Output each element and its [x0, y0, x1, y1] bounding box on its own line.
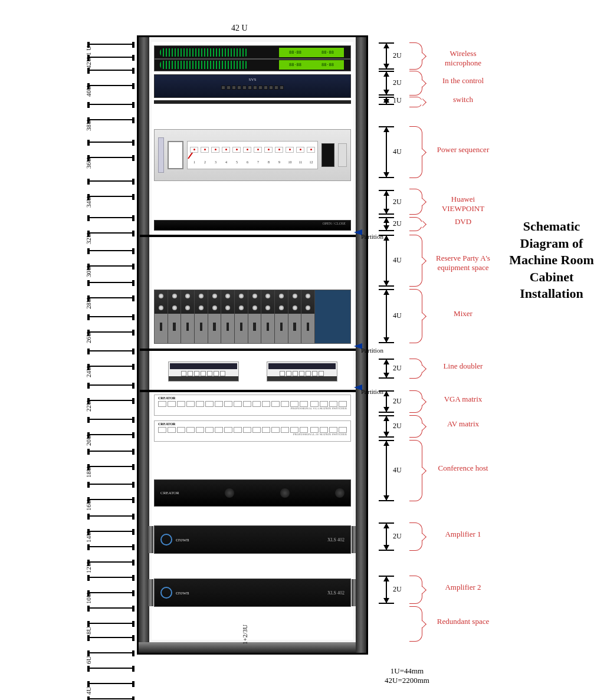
dimension-column: 2U2U1U4U2U2U4U4U2U2U2U4U2U2UPartitionPar… — [370, 37, 408, 655]
equipment-label: Reserve Party A's equipment space — [431, 254, 496, 272]
control-unit: SVS — [154, 74, 351, 98]
partition-shelf — [140, 349, 365, 351]
equipment-label: switch — [431, 95, 496, 104]
left-u-scale: 1 U42U40U38U36U34U32U30U28U26U24U22U20U1… — [87, 37, 134, 655]
equipment-label: VGA matrix — [431, 395, 496, 404]
switch-unit — [154, 100, 351, 104]
equipment-label: Wireless microphone — [431, 49, 496, 68]
rack-size-label: 42 U — [231, 24, 248, 33]
unit-conversion-note: 1U=44mm 42U=2200mm — [372, 666, 442, 685]
brace-column — [409, 37, 427, 655]
partition-label: Partition — [361, 233, 383, 240]
equipment-label: Mixer — [431, 309, 496, 318]
partition-label: Partition — [361, 347, 383, 354]
cabinet-interior: 88·8888·88 88·8888·88 SVS 123456789101 — [152, 42, 353, 640]
partition-label: Partition — [361, 388, 383, 395]
equipment-label: DVD — [431, 217, 496, 226]
equipment-label: Redundant space — [431, 617, 496, 626]
conference-host-unit: CREATOR — [154, 479, 351, 507]
line-doubler-units — [154, 361, 351, 382]
equipment-label: Power sequencer — [431, 145, 496, 155]
equipment-label: AV matrix — [431, 419, 496, 429]
vga-matrix-unit: CREATOR PROFESSIONAL VGA MATRIX SWITCHER — [154, 395, 351, 416]
amplifier-2-unit: crown XLS 402 — [154, 579, 351, 607]
partition-shelf — [140, 235, 365, 237]
control-ports — [155, 86, 350, 90]
av-matrix-unit: CREATOR PROFESSIONAL AV MATRIX SWITCHER — [154, 420, 351, 442]
equipment-label: In the control — [431, 76, 496, 86]
wireless-microphone-unit: 88·8888·88 88·8888·88 — [154, 45, 351, 71]
digital-display — [321, 143, 334, 167]
analog-meter-icon — [168, 141, 183, 169]
equipment-label: Conference host — [431, 464, 496, 473]
power-sequencer-unit: 123456789101112 — [154, 129, 351, 181]
dvd-unit: OPEN / CLOSE — [154, 220, 351, 231]
equipment-label: Line doubler — [431, 361, 496, 371]
crown-logo-icon — [160, 587, 172, 599]
amplifier-1-unit: crown XLS 402 — [154, 525, 351, 554]
mixer-unit — [154, 290, 351, 344]
equipment-label: Amplifier 2 — [431, 583, 496, 592]
diagram-title: Schematic Diagram of Machine Room Cabine… — [507, 218, 596, 303]
equipment-label: Amplifier 1 — [431, 530, 496, 539]
cabinet: 88·8888·88 88·8888·88 SVS 123456789101 — [137, 35, 368, 655]
bottom-fraction-label: 1+2/3U — [241, 625, 248, 645]
equipment-label: Huawei VIEWPOINT — [431, 195, 496, 213]
crown-logo-icon — [160, 534, 172, 545]
partition-shelf — [140, 390, 365, 392]
